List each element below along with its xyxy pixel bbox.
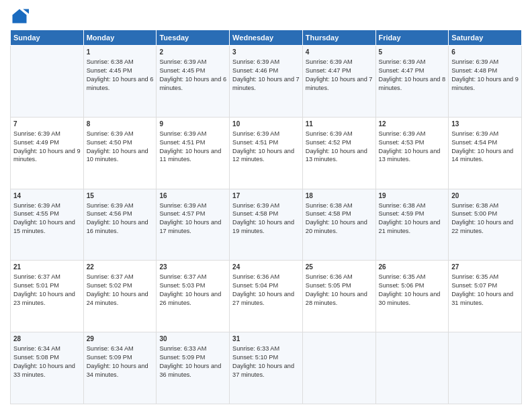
calendar-cell: 3Sunrise: 6:39 AMSunset: 4:46 PMDaylight…	[230, 46, 303, 118]
daylight-text: Daylight: 10 hours and 33 minutes.	[13, 363, 75, 378]
daylight-text: Daylight: 10 hours and 27 minutes.	[232, 291, 294, 306]
sunset-text: Sunset: 5:07 PM	[451, 282, 497, 289]
sunrise-text: Sunrise: 6:39 AM	[306, 130, 353, 137]
daylight-text: Daylight: 10 hours and 24 minutes.	[87, 291, 148, 306]
calendar-table: SundayMondayTuesdayWednesdayThursdayFrid…	[10, 30, 522, 404]
daylight-text: Daylight: 10 hours and 7 minutes.	[232, 76, 300, 91]
day-number: 9	[159, 120, 226, 129]
day-number: 19	[379, 191, 446, 201]
day-number: 22	[87, 263, 154, 272]
daylight-text: Daylight: 10 hours and 6 minutes.	[87, 76, 154, 91]
calendar-cell	[375, 332, 449, 404]
sunset-text: Sunset: 4:51 PM	[232, 139, 278, 146]
daylight-text: Daylight: 10 hours and 21 minutes.	[379, 219, 441, 234]
day-number: 24	[232, 263, 300, 272]
sunrise-text: Sunrise: 6:35 AM	[451, 273, 498, 280]
sunset-text: Sunset: 4:51 PM	[159, 139, 205, 146]
sunrise-text: Sunrise: 6:39 AM	[232, 202, 279, 209]
daylight-text: Daylight: 10 hours and 7 minutes.	[306, 76, 373, 91]
sunset-text: Sunset: 4:45 PM	[159, 67, 205, 74]
header-day-monday: Monday	[83, 30, 157, 46]
sunrise-text: Sunrise: 6:39 AM	[159, 58, 206, 65]
sunset-text: Sunset: 4:52 PM	[306, 139, 351, 146]
calendar-cell: 1Sunrise: 6:38 AMSunset: 4:45 PMDaylight…	[83, 46, 157, 118]
calendar-cell: 30Sunrise: 6:33 AMSunset: 5:09 PMDayligh…	[157, 332, 230, 404]
sunset-text: Sunset: 4:50 PM	[87, 139, 132, 146]
sunset-text: Sunset: 4:48 PM	[451, 67, 497, 74]
sunrise-text: Sunrise: 6:34 AM	[87, 345, 134, 352]
day-number: 21	[13, 263, 81, 272]
day-number: 16	[159, 191, 226, 201]
calendar-cell: 8Sunrise: 6:39 AMSunset: 4:50 PMDaylight…	[83, 117, 157, 189]
sunset-text: Sunset: 5:10 PM	[232, 354, 278, 361]
sunset-text: Sunset: 5:05 PM	[306, 282, 351, 289]
header-day-friday: Friday	[375, 30, 449, 46]
daylight-text: Daylight: 10 hours and 31 minutes.	[451, 291, 513, 306]
day-number: 20	[451, 191, 519, 201]
day-number: 12	[379, 120, 446, 129]
daylight-text: Daylight: 10 hours and 22 minutes.	[451, 219, 513, 234]
day-number: 4	[306, 48, 373, 57]
calendar-cell	[302, 332, 375, 404]
day-number: 30	[159, 334, 226, 344]
calendar-cell: 26Sunrise: 6:35 AMSunset: 5:06 PMDayligh…	[375, 261, 449, 332]
header	[10, 7, 522, 26]
day-number: 26	[379, 263, 446, 272]
calendar-cell: 17Sunrise: 6:39 AMSunset: 4:58 PMDayligh…	[230, 189, 303, 261]
sunset-text: Sunset: 5:09 PM	[87, 354, 132, 361]
day-number: 13	[451, 120, 519, 129]
calendar-cell: 16Sunrise: 6:39 AMSunset: 4:57 PMDayligh…	[157, 189, 230, 261]
sunset-text: Sunset: 5:00 PM	[451, 210, 497, 217]
daylight-text: Daylight: 10 hours and 20 minutes.	[306, 219, 367, 234]
sunset-text: Sunset: 5:01 PM	[13, 282, 59, 289]
calendar-cell: 31Sunrise: 6:33 AMSunset: 5:10 PMDayligh…	[230, 332, 303, 404]
sunrise-text: Sunrise: 6:39 AM	[13, 202, 60, 209]
day-number: 28	[13, 334, 81, 344]
sunrise-text: Sunrise: 6:39 AM	[451, 130, 498, 137]
daylight-text: Daylight: 10 hours and 15 minutes.	[13, 219, 75, 234]
week-row-2: 14Sunrise: 6:39 AMSunset: 4:55 PMDayligh…	[11, 189, 522, 261]
header-day-tuesday: Tuesday	[157, 30, 230, 46]
day-number: 23	[159, 263, 226, 272]
daylight-text: Daylight: 10 hours and 8 minutes.	[379, 76, 446, 91]
day-number: 6	[451, 48, 519, 57]
daylight-text: Daylight: 10 hours and 36 minutes.	[159, 363, 221, 378]
day-number: 11	[306, 120, 373, 129]
sunset-text: Sunset: 4:58 PM	[306, 210, 351, 217]
calendar-cell: 25Sunrise: 6:36 AMSunset: 5:05 PMDayligh…	[302, 261, 375, 332]
sunrise-text: Sunrise: 6:39 AM	[232, 58, 279, 65]
daylight-text: Daylight: 10 hours and 13 minutes.	[306, 148, 367, 163]
sunrise-text: Sunrise: 6:39 AM	[306, 58, 353, 65]
daylight-text: Daylight: 10 hours and 26 minutes.	[159, 291, 221, 306]
week-row-0: 1Sunrise: 6:38 AMSunset: 4:45 PMDaylight…	[11, 46, 522, 118]
sunrise-text: Sunrise: 6:39 AM	[379, 130, 426, 137]
sunrise-text: Sunrise: 6:39 AM	[159, 130, 206, 137]
sunset-text: Sunset: 4:58 PM	[232, 210, 278, 217]
daylight-text: Daylight: 10 hours and 19 minutes.	[232, 219, 294, 234]
sunset-text: Sunset: 4:46 PM	[232, 67, 278, 74]
calendar-cell: 13Sunrise: 6:39 AMSunset: 4:54 PMDayligh…	[449, 117, 522, 189]
sunrise-text: Sunrise: 6:33 AM	[159, 345, 206, 352]
calendar-cell: 29Sunrise: 6:34 AMSunset: 5:09 PMDayligh…	[83, 332, 157, 404]
calendar-cell: 21Sunrise: 6:37 AMSunset: 5:01 PMDayligh…	[11, 261, 84, 332]
day-number: 3	[232, 48, 300, 57]
calendar-cell: 10Sunrise: 6:39 AMSunset: 4:51 PMDayligh…	[230, 117, 303, 189]
calendar-cell: 22Sunrise: 6:37 AMSunset: 5:02 PMDayligh…	[83, 261, 157, 332]
calendar-cell: 14Sunrise: 6:39 AMSunset: 4:55 PMDayligh…	[11, 189, 84, 261]
calendar-cell: 20Sunrise: 6:38 AMSunset: 5:00 PMDayligh…	[449, 189, 522, 261]
day-number: 18	[306, 191, 373, 201]
calendar-cell: 24Sunrise: 6:36 AMSunset: 5:04 PMDayligh…	[230, 261, 303, 332]
daylight-text: Daylight: 10 hours and 28 minutes.	[306, 291, 367, 306]
sunset-text: Sunset: 4:53 PM	[379, 139, 425, 146]
day-number: 7	[13, 120, 81, 129]
daylight-text: Daylight: 10 hours and 10 minutes.	[87, 148, 148, 163]
sunrise-text: Sunrise: 6:33 AM	[232, 345, 279, 352]
sunrise-text: Sunrise: 6:34 AM	[13, 345, 60, 352]
logo-icon	[10, 7, 29, 26]
daylight-text: Daylight: 10 hours and 13 minutes.	[379, 148, 441, 163]
sunrise-text: Sunrise: 6:38 AM	[306, 202, 353, 209]
day-number: 2	[159, 48, 226, 57]
sunset-text: Sunset: 5:02 PM	[87, 282, 132, 289]
day-number: 15	[87, 191, 154, 201]
logo	[10, 7, 32, 26]
